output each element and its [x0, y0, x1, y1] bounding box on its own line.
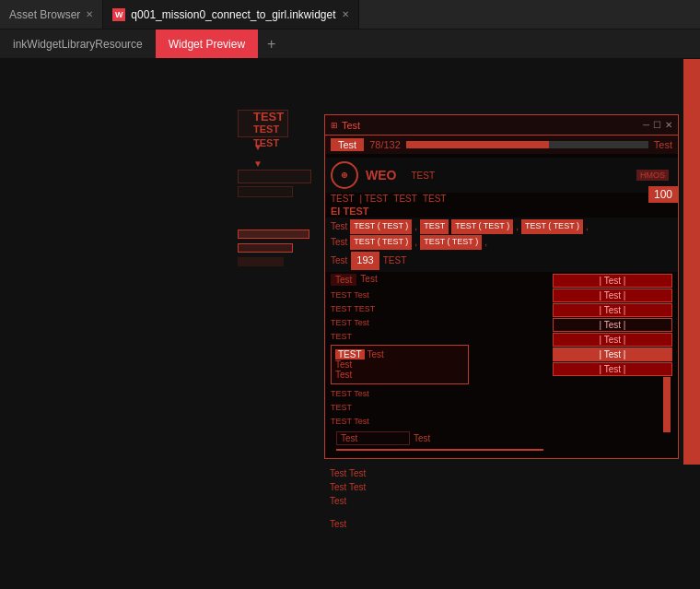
right-item-4[interactable]: | Test |: [553, 318, 672, 332]
minimize-icon[interactable]: ─: [643, 120, 649, 130]
li-test1: TEST: [331, 290, 352, 300]
right-item-6[interactable]: | Test |: [553, 348, 672, 361]
list-tab-test1[interactable]: Test: [331, 274, 356, 286]
small-popup: TEST Test Test Test: [331, 345, 469, 384]
test-t2: | TEST: [360, 194, 389, 204]
test-t1: TEST: [331, 194, 355, 204]
list-row-3: TEST Test: [331, 316, 549, 330]
subtab-bar: inkWidgetLibraryResource Widget Preview …: [0, 29, 700, 59]
tab-asset-browser[interactable]: Asset Browser ✕: [0, 0, 103, 29]
tab-close-icon[interactable]: ✕: [86, 9, 93, 19]
test-badge-5: TEST ( TEST ): [350, 235, 412, 250]
list-row-4: TEST: [331, 330, 549, 344]
logo-circle: ⊕: [331, 161, 358, 189]
right-item-1[interactable]: | Test |: [553, 274, 672, 288]
counter-badge: 100: [648, 186, 678, 203]
test-badge-2: TEST: [420, 219, 449, 234]
logo-row: ⊕ WEO TEST HMOS: [325, 158, 678, 193]
text-sep-1: ,: [414, 219, 417, 234]
popup-row-1: TEST Test: [335, 349, 464, 359]
right-controls: HMOS: [442, 170, 672, 181]
test-badge-1: TEST ( TEST ): [350, 219, 412, 234]
text-row-2: Test TEST ( TEST ) , TEST ( TEST ) ,: [331, 235, 672, 250]
input-row-1: Test: [331, 430, 549, 447]
text-item-1: Test: [331, 219, 347, 234]
test-badge-3: TEST ( TEST ): [451, 219, 513, 234]
bottom-label-1: Test Test: [330, 468, 366, 478]
li-test13: Test: [354, 389, 369, 398]
list-row-8: TEST Test: [331, 387, 549, 401]
hw-label: HMOS: [636, 170, 669, 181]
list-row-10: TEST Test: [331, 415, 549, 429]
test-button[interactable]: Test: [331, 138, 364, 151]
test-label-row3: Test: [331, 253, 347, 268]
popup-test-2: Test: [368, 349, 384, 359]
fragment-3: [238, 186, 293, 197]
popup-row-3: Test: [335, 370, 464, 380]
right-item-7[interactable]: | Test |: [553, 362, 672, 376]
li-test16: Test: [354, 417, 369, 426]
li-test5: TEST: [331, 318, 352, 327]
progress-bar: [406, 141, 648, 148]
popup-test-label: TEST: [335, 349, 365, 359]
text-sep-2: ,: [516, 219, 519, 234]
sub-list-tabs: Test Test: [331, 274, 549, 286]
text-sep-4: ,: [414, 235, 417, 250]
test-row2-t1: Test: [331, 235, 347, 250]
tab-close-icon[interactable]: ✕: [342, 9, 349, 19]
progress-value: 78/132: [369, 139, 401, 150]
scrollbar[interactable]: [663, 377, 671, 432]
fragment-1: [238, 110, 288, 137]
tab-inkwidget[interactable]: W q001_mission0_connect_to_girl.inkwidge…: [103, 0, 358, 29]
test-badge-6: TEST ( TEST ): [420, 235, 482, 250]
subtab-widget-preview[interactable]: Widget Preview: [156, 29, 258, 58]
tab-label: q001_mission0_connect_to_girl.inkwidget: [131, 8, 335, 21]
main-window: ⊞ Test ─ ☐ ✕ Test 78/132 Test ⊕ WE: [324, 114, 679, 459]
right-item-5[interactable]: | Test |: [553, 333, 672, 347]
list-row-2: TEST TEST: [331, 302, 549, 316]
content-area: ⊕ WEO TEST HMOS TEST | TEST TEST TEST EI…: [325, 154, 678, 458]
window-title-text: Test: [342, 120, 360, 131]
popup-row-2: Test: [335, 359, 464, 370]
right-item-2[interactable]: | Test |: [553, 289, 672, 302]
test-badge-4: TEST ( TEST ): [521, 219, 583, 234]
close-icon[interactable]: ✕: [665, 120, 672, 130]
title-icon: ⊞: [331, 121, 338, 130]
canvas-area: TEST TEST TEST ▼ ▼ ⊞ Test ─ ☐ ✕ Test 78/…: [0, 59, 700, 589]
test-193-row: Test 193 TEST: [331, 252, 672, 270]
test-badge-193: 193: [351, 252, 379, 270]
tab-bar: Asset Browser ✕ W q001_mission0_connect_…: [0, 0, 700, 29]
test-label-trail: TEST: [383, 253, 407, 268]
li-test6: Test: [354, 318, 369, 327]
test-label-3: TEST: [253, 137, 279, 148]
li-test15: TEST: [331, 417, 352, 426]
glitch-bar-3: [238, 257, 284, 266]
li-test7: TEST: [331, 332, 352, 341]
input-label-test: Test: [414, 433, 430, 443]
glitch-bar-1: [238, 230, 309, 239]
li-test3: TEST: [331, 304, 352, 313]
list-row-9: TEST: [331, 401, 549, 415]
text-sep-3: ,: [586, 219, 589, 234]
logo-text: WEO: [366, 168, 396, 183]
tab-file-icon: W: [112, 8, 125, 21]
li-test14: TEST: [331, 403, 352, 412]
li-test12: TEST: [331, 389, 352, 398]
test-t4: TEST: [423, 194, 447, 204]
li-test4: TEST: [354, 304, 375, 313]
glitch-bar-2: [238, 243, 293, 253]
subtab-add-button[interactable]: +: [258, 36, 285, 53]
bottom-label-2: Test Test: [330, 482, 366, 492]
test-label-inline: TEST: [411, 171, 435, 181]
text-sep-5: ,: [484, 235, 487, 250]
right-list: | Test | | Test | | Test | | Test | | Te…: [553, 274, 672, 453]
test-t3: TEST: [393, 194, 417, 204]
subtab-inkwidgetlibrary[interactable]: inkWidgetLibraryResource: [0, 29, 156, 58]
fragment-2: [238, 170, 311, 183]
maximize-icon[interactable]: ☐: [653, 120, 661, 130]
input-test-1[interactable]: [336, 431, 410, 445]
text-row-1: Test TEST ( TEST ) , TEST TEST ( TEST ) …: [331, 219, 672, 234]
right-item-3[interactable]: | Test |: [553, 303, 672, 317]
progress-bar-fill: [406, 141, 549, 148]
window-title: ⊞ Test: [331, 120, 371, 131]
